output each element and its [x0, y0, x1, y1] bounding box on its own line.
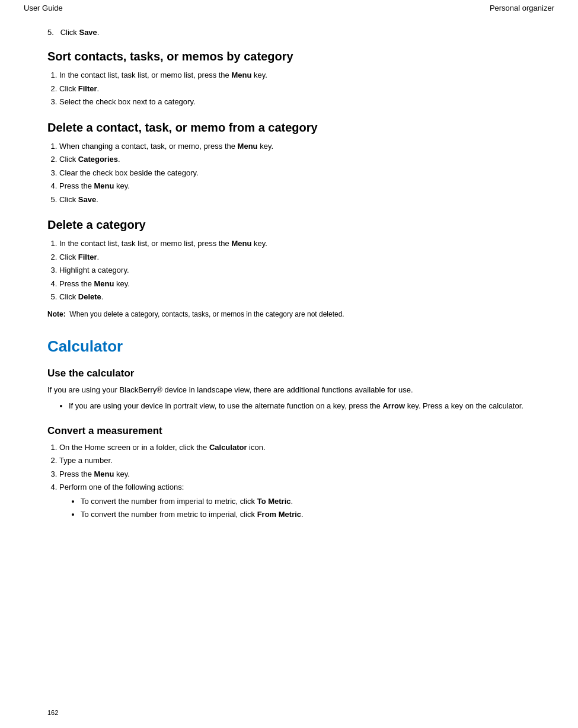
page-footer: 162 — [47, 709, 58, 716]
step5-num: 5. — [47, 28, 54, 37]
note-label: Note: — [47, 310, 66, 318]
sort-contacts-title: Sort contacts, tasks, or memos by catego… — [47, 50, 531, 63]
list-item: Perform one of the following actions: To… — [59, 481, 531, 521]
header-right: Personal organizer — [490, 4, 554, 12]
list-item: Click Save. — [59, 194, 531, 206]
list-item: Type a number. — [59, 455, 531, 467]
page-number: 162 — [47, 709, 58, 716]
convert-measurement-section: Convert a measurement On the Home screen… — [47, 425, 531, 521]
sort-contacts-section: Sort contacts, tasks, or memos by catego… — [47, 50, 531, 108]
delete-category-section: Delete a category In the contact list, t… — [47, 218, 531, 320]
list-item: If you are using your device in portrait… — [69, 400, 531, 412]
list-item: Press the Menu key. — [59, 278, 531, 290]
delete-category-title: Delete a category — [47, 218, 531, 232]
list-item: To convert the number from metric to imp… — [81, 509, 531, 521]
convert-measurement-steps: On the Home screen or in a folder, click… — [59, 442, 531, 521]
list-item: Click Filter. — [59, 83, 531, 95]
page-content: 5. Click Save. Sort contacts, tasks, or … — [0, 16, 578, 557]
delete-category-steps: In the contact list, task list, or memo … — [59, 238, 531, 303]
delete-contact-category-section: Delete a contact, task, or memo from a c… — [47, 121, 531, 206]
step5-bold: Save — [79, 28, 97, 37]
list-item: In the contact list, task list, or memo … — [59, 69, 531, 81]
header-left: User Guide — [24, 4, 63, 12]
list-item: Select the check box next to a category. — [59, 96, 531, 108]
list-item: In the contact list, task list, or memo … — [59, 238, 531, 250]
list-item: Press the Menu key. — [59, 468, 531, 480]
list-item: Clear the check box beside the category. — [59, 167, 531, 179]
list-item: Click Categories. — [59, 154, 531, 165]
step5-text: 5. Click Save. — [47, 28, 531, 37]
delete-contact-category-steps: When changing a contact, task, or memo, … — [59, 141, 531, 206]
note-text: Note: When you delete a category, contac… — [47, 309, 531, 320]
step5-block: 5. Click Save. — [47, 28, 531, 37]
use-calculator-bullets: If you are using your device in portrait… — [69, 400, 531, 412]
convert-measurement-title: Convert a measurement — [47, 425, 531, 437]
use-calculator-title: Use the calculator — [47, 368, 531, 379]
list-item: On the Home screen or in a folder, click… — [59, 442, 531, 454]
delete-contact-category-title: Delete a contact, task, or memo from a c… — [47, 121, 531, 135]
calculator-title: Calculator — [47, 337, 531, 356]
calculator-heading-block: Calculator — [47, 337, 531, 356]
list-item: When changing a contact, task, or memo, … — [59, 141, 531, 152]
page-header: User Guide Personal organizer — [0, 0, 578, 16]
use-calculator-section: Use the calculator If you are using your… — [47, 368, 531, 412]
use-calculator-body: If you are using your BlackBerry® device… — [47, 384, 531, 396]
list-item: To convert the number from imperial to m… — [81, 496, 531, 507]
list-item: Click Filter. — [59, 251, 531, 263]
list-item: Highlight a category. — [59, 264, 531, 276]
sort-contacts-steps: In the contact list, task list, or memo … — [59, 69, 531, 108]
convert-sub-bullets: To convert the number from imperial to m… — [81, 496, 531, 521]
list-item: Click Delete. — [59, 291, 531, 303]
list-item: Press the Menu key. — [59, 180, 531, 192]
